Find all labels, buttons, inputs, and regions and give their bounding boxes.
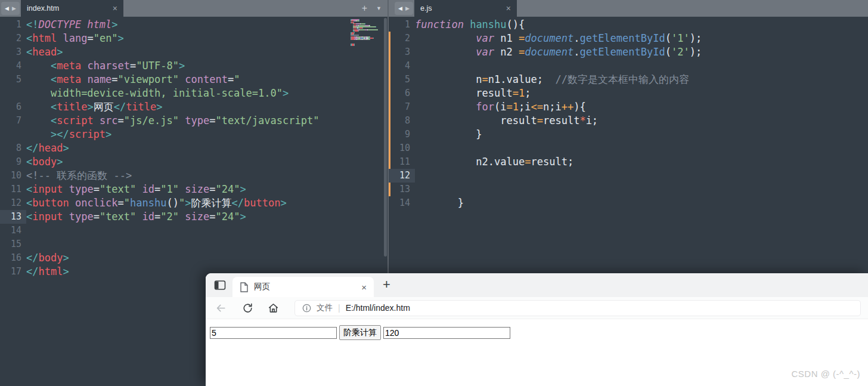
line-number [0, 87, 26, 100]
browser-new-tab-icon[interactable]: + [383, 277, 390, 292]
code-line: 5 n=n1.value; //数字是文本框中输入的内容 [389, 73, 868, 87]
home-icon[interactable] [268, 302, 279, 314]
code-text: </head> [26, 141, 69, 155]
close-icon[interactable]: × [113, 4, 117, 13]
line-number: 13 [0, 210, 26, 224]
line-number: 9 [389, 128, 415, 141]
line-number [0, 128, 26, 141]
code-text: <!DOCTYPE html> [26, 18, 118, 32]
code-text: <input type="text" id="1" size="24"> [26, 183, 246, 196]
tab-list-icon[interactable]: ▼ [376, 6, 382, 11]
code-line: 12 [389, 169, 868, 183]
code-line: 4 [389, 59, 868, 73]
tab-nav-forward-icon[interactable]: ▶ [405, 6, 410, 11]
code-text: result=result*i; [415, 114, 598, 128]
line-number: 2 [389, 32, 415, 45]
code-text: <input type="text" id="2" size="24"> [26, 210, 246, 224]
code-text: var n1 =document.getElementById('1'); [415, 32, 702, 45]
tab-nav-forward-icon[interactable]: ▶ [12, 6, 16, 11]
code-text: </html> [26, 265, 69, 279]
code-text: for(i=1;i<=n;i++){ [415, 100, 586, 114]
code-line: 6 <title>网页</title> [0, 100, 388, 114]
browser-page: 阶乘计算 CSDN @ (-^_^-) [206, 319, 868, 384]
code-line: 3 var n2 =document.getElementById('2'); [389, 45, 868, 59]
scrollbar-thumb[interactable] [384, 18, 387, 257]
tab-title: index.htm [27, 4, 59, 13]
code-text: <head> [26, 45, 63, 59]
line-number: 5 [389, 73, 415, 87]
tab-index-htm[interactable]: index.htm × [21, 0, 123, 17]
right-tabbar: ◀ ▶ e.js × [389, 0, 868, 17]
code-text: <body> [26, 155, 63, 169]
code-text: function hanshu(){ [415, 18, 525, 32]
code-line: 1function hanshu(){ [389, 18, 868, 32]
tab-e-js[interactable]: e.js × [414, 0, 517, 17]
address-url[interactable]: E:/html/index.htm [346, 303, 410, 313]
code-line: 15 [0, 237, 388, 251]
code-line: ></script> [0, 128, 388, 141]
code-line: 2<html lang="en"> [0, 32, 388, 45]
line-number: 16 [0, 251, 26, 265]
code-line: 9 } [389, 128, 868, 141]
code-text: width=device-width, initial-scale=1.0"> [26, 87, 289, 100]
factorial-result-field[interactable] [383, 327, 510, 339]
code-line: 5 <meta name="viewport" content=" [0, 73, 388, 87]
line-number: 12 [0, 196, 26, 210]
code-line: 11 n2.value=result; [389, 155, 868, 169]
new-tab-icon[interactable]: + [362, 4, 367, 13]
tab-nav-arrows[interactable]: ◀ ▶ [1, 2, 20, 15]
line-number: 15 [0, 237, 26, 251]
line-number: 13 [389, 183, 415, 196]
close-icon[interactable]: × [361, 283, 367, 292]
code-line: 4 <meta charset="UTF-8"> [0, 59, 388, 73]
code-line: 2 var n1 =document.getElementById('1'); [389, 32, 868, 45]
code-text: n=n1.value; //数字是文本框中输入的内容 [415, 73, 689, 87]
browser-tab[interactable]: 网页 × [232, 277, 374, 297]
line-number: 12 [389, 169, 415, 183]
factorial-calculate-button[interactable]: 阶乘计算 [339, 325, 381, 340]
close-icon[interactable]: × [506, 4, 511, 13]
code-text: </body> [26, 251, 69, 265]
file-scheme-label: 文件 [317, 302, 333, 313]
code-text: <button onclick="hanshu()">阶乘计算</button> [26, 196, 287, 210]
tab-nav-back-icon[interactable]: ◀ [5, 6, 9, 11]
refresh-icon[interactable] [242, 302, 253, 314]
line-number: 2 [0, 32, 26, 45]
code-text: ></script> [26, 128, 111, 141]
code-text: <meta name="viewport" content=" [26, 73, 240, 87]
tab-nav-arrows[interactable]: ◀ ▶ [395, 2, 413, 15]
code-text: } [415, 196, 464, 210]
code-line: 14 } [389, 196, 868, 210]
line-number: 1 [389, 18, 415, 32]
code-line: 12<button onclick="hanshu()">阶乘计算</butto… [0, 196, 388, 210]
code-line: width=device-width, initial-scale=1.0"> [0, 87, 388, 100]
code-line: 14 [0, 224, 388, 237]
line-number: 7 [0, 114, 26, 128]
line-number: 5 [0, 73, 26, 87]
back-icon[interactable] [215, 302, 227, 314]
browser-toolbar: 文件 | E:/html/index.htm [206, 297, 868, 319]
code-text: } [415, 128, 482, 141]
vertical-tabs-icon[interactable] [213, 279, 227, 292]
tab-nav-back-icon[interactable]: ◀ [398, 6, 402, 11]
line-number: 9 [0, 155, 26, 169]
code-line: 10<!-- 联系的函数 --> [0, 169, 388, 183]
line-number: 3 [389, 45, 415, 59]
code-text: <title>网页</title> [26, 100, 163, 114]
code-text: <html lang="en"> [26, 32, 124, 45]
browser-window: 网页 × + 文件 | E:/html/index.htm [206, 273, 868, 386]
line-number: 17 [0, 265, 26, 279]
factorial-input-field[interactable] [210, 327, 337, 339]
code-line: 13<input type="text" id="2" size="24"> [0, 210, 388, 224]
line-number: 8 [0, 141, 26, 155]
code-text: <meta charset="UTF-8"> [26, 59, 185, 73]
address-bar[interactable]: 文件 | E:/html/index.htm [294, 300, 861, 316]
address-separator: | [338, 303, 340, 313]
code-line: 7 for(i=1;i<=n;i++){ [389, 100, 868, 114]
line-number: 14 [389, 196, 415, 210]
code-line: 9<body> [0, 155, 388, 169]
minimap[interactable] [351, 19, 380, 47]
code-line: 1<!DOCTYPE html> [0, 18, 388, 32]
info-icon[interactable] [302, 304, 311, 313]
code-text: var n2 =document.getElementById('2'); [415, 45, 702, 59]
